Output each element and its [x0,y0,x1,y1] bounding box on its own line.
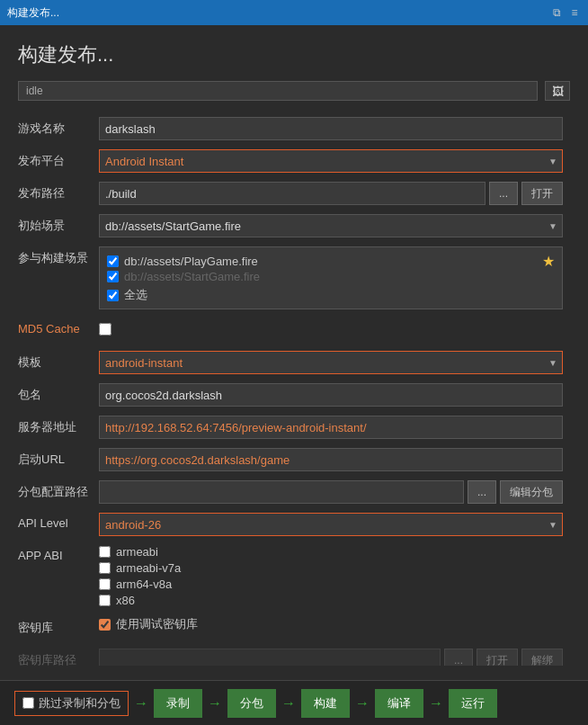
input-package[interactable] [99,383,563,407]
abi-check-armeabi-v7a[interactable] [99,562,111,574]
select-all-checkbox[interactable] [107,290,119,301]
keystore-label: 使用调试密钥库 [116,616,198,632]
form-row-md5: MD5 Cache [18,318,563,342]
control-scenes: db://assets/PlayGame.fire ★ db://assets/… [99,246,563,309]
abi-check-arm64-v8a[interactable] [99,578,111,590]
input-server-url[interactable] [99,416,563,439]
form-row-scenes: 参与构建场景 db://assets/PlayGame.fire ★ db://… [18,246,563,309]
form-row-subpack-path: 分包配置路径 ... 编辑分包 [18,480,563,504]
md5-checkbox[interactable] [99,323,111,336]
abi-checkbox-list: armeabi armeabi-v7a arm64-v8a x86 [99,545,563,607]
form-row-startup-url: 启动URL [18,448,563,471]
label-build-path: 发布路径 [18,182,99,201]
subpack-edit-btn[interactable]: 编辑分包 [500,480,563,504]
build-button[interactable]: 构建 [301,689,350,718]
title-bar-controls: ⧉ ≡ [550,6,581,19]
label-subpack-path: 分包配置路径 [18,480,99,500]
scene-label-playgame: db://assets/PlayGame.fire [124,255,258,268]
abi-check-x86[interactable] [99,595,111,606]
control-md5 [99,318,563,338]
input-keystore-path[interactable] [99,649,441,666]
control-platform: Android Instant ▼ [99,149,563,173]
menu-icon[interactable]: ≡ [568,6,581,19]
form-row-server-url: 服务器地址 [18,416,563,439]
form-row-start-scene: 初始场景 db://assets/StartGame.fire ▼ [18,214,563,237]
form-row-app-abi: APP ABI armeabi armeabi-v7a arm64-v8a [18,545,563,607]
control-app-abi: armeabi armeabi-v7a arm64-v8a x86 [99,545,563,607]
label-scenes: 参与构建场景 [18,246,99,266]
control-package [99,383,563,407]
arrow-sep-5: → [429,695,443,712]
control-keystore: 使用调试密钥库 [99,616,563,632]
label-server-url: 服务器地址 [18,416,99,435]
abi-check-armeabi[interactable] [99,546,111,558]
input-build-path[interactable] [99,182,486,205]
keystore-open-btn[interactable]: 打开 [477,649,518,666]
label-package: 包名 [18,383,99,403]
keystore-path-group: ... 打开 解绑 [99,649,563,666]
platform-select[interactable]: Android Instant [99,149,563,173]
bottom-toolbar: 跳过录制和分包 → 录制 → 分包 → 构建 → 编译 → 运行 [0,680,588,725]
label-keystore: 密钥库 [18,616,99,636]
keystore-checkbox[interactable] [99,619,111,631]
form-row-api-level: API Level android-26 ▼ [18,513,563,536]
progress-icon-btn[interactable]: 🖼 [545,81,570,101]
arrow-sep-1: → [134,695,148,712]
control-server-url [99,416,563,439]
main-content: 构建发布... idle 🖼 游戏名称 发布平台 Android Instant [0,25,588,675]
control-api-level: android-26 ▼ [99,513,563,536]
input-startup-url[interactable] [99,448,563,471]
run-button[interactable]: 运行 [449,689,497,718]
input-game-name[interactable] [99,117,563,140]
scene-check-playgame[interactable] [107,255,119,267]
progress-label: idle [26,85,43,97]
control-start-scene: db://assets/StartGame.fire ▼ [99,214,563,237]
scene-row-2: db://assets/StartGame.fire [107,270,555,283]
keystore-unbind-btn[interactable]: 解绑 [521,649,563,666]
restore-icon[interactable]: ⧉ [550,6,563,19]
control-game-name [99,117,563,140]
abi-label-x86: x86 [116,594,135,607]
compile-button[interactable]: 编译 [375,689,423,718]
label-game-name: 游戏名称 [18,117,99,137]
build-path-input-group: ... 打开 [99,182,563,205]
skip-checkbox-group: 跳过录制和分包 [14,691,129,716]
template-select-wrap: android-instant ▼ [99,351,563,374]
progress-bar-track: idle [18,81,538,101]
control-build-path: ... 打开 [99,182,563,205]
form-row-keystore-path: 密钥库路径 ... 打开 解绑 [18,649,563,666]
label-template: 模板 [18,351,99,371]
page-title: 构建发布... [18,41,570,68]
abi-item-armeabi-v7a: armeabi-v7a [99,561,563,575]
subpack-button[interactable]: 分包 [227,689,276,718]
skip-checkbox[interactable] [22,697,34,709]
api-level-select[interactable]: android-26 [99,513,563,536]
label-app-abi: APP ABI [18,545,99,562]
build-path-open-btn[interactable]: 打开 [521,182,563,205]
label-startup-url: 启动URL [18,448,99,468]
control-startup-url [99,448,563,471]
start-scene-select[interactable]: db://assets/StartGame.fire [99,214,563,237]
abi-label-arm64-v8a: arm64-v8a [116,577,172,591]
label-api-level: API Level [18,513,99,530]
template-select[interactable]: android-instant [99,351,563,374]
form-row-package: 包名 [18,383,563,407]
control-template: android-instant ▼ [99,351,563,374]
record-button[interactable]: 录制 [154,689,202,718]
abi-item-armeabi: armeabi [99,545,563,559]
title-bar: 构建发布... ⧉ ≡ [0,0,588,25]
subpack-browse-btn[interactable]: ... [468,480,496,504]
select-all-label: 全选 [124,287,147,303]
platform-select-wrap: Android Instant ▼ [99,149,563,173]
progress-bar-section: idle 🖼 [18,81,570,101]
keystore-browse-btn[interactable]: ... [444,649,473,666]
form-row-keystore: 密钥库 使用调试密钥库 [18,616,563,640]
keystore-checkbox-wrap: 使用调试密钥库 [99,616,563,632]
build-path-browse-btn[interactable]: ... [489,182,518,205]
abi-label-armeabi: armeabi [116,545,158,559]
abi-item-x86: x86 [99,594,563,607]
form-scroll-container[interactable]: 游戏名称 发布平台 Android Instant ▼ 发布路径 [18,117,570,666]
input-subpack-path[interactable] [99,480,464,504]
scene-check-startgame[interactable] [107,271,119,282]
select-all-row: 全选 [107,287,555,303]
